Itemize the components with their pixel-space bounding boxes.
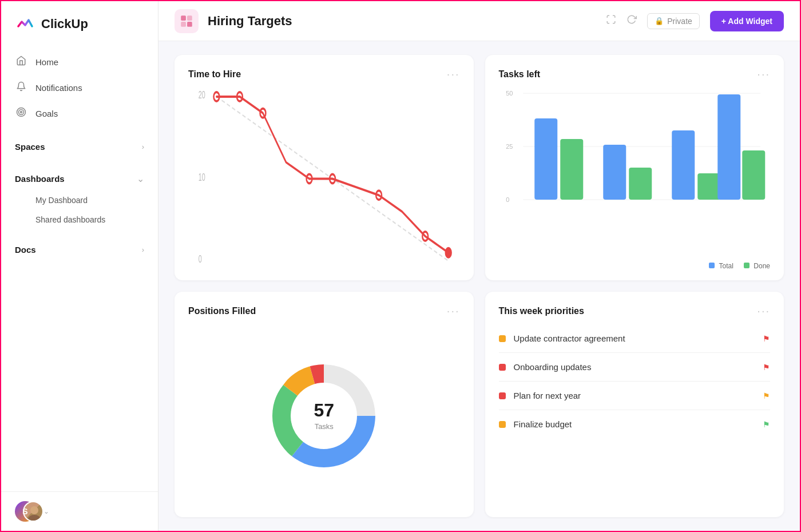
- sidebar-item-home-label: Home: [35, 57, 58, 67]
- time-to-hire-chart: 20 10 0: [188, 88, 460, 270]
- svg-rect-33: [697, 173, 720, 200]
- tasks-left-legend: Total Done: [499, 262, 771, 270]
- positions-filled-header: Positions Filled ···: [188, 304, 460, 317]
- refresh-icon[interactable]: [626, 14, 637, 27]
- svg-text:0: 0: [506, 196, 509, 203]
- svg-point-5: [28, 515, 41, 522]
- clickup-logo-icon: [15, 14, 35, 34]
- svg-rect-31: [629, 168, 652, 200]
- positions-filled-widget: Positions Filled ···: [175, 292, 474, 517]
- dashboard-grid: Time to Hire ··· 20 10 0: [158, 41, 800, 531]
- tasks-left-title: Tasks left: [499, 69, 541, 80]
- priority-text-3: Plan for next year: [514, 391, 755, 400]
- tasks-left-widget: Tasks left ··· 50 25 0: [485, 55, 784, 280]
- priority-item-1: Update contractor agreement ⚑: [499, 324, 771, 353]
- priority-flag-4: ⚑: [763, 420, 770, 429]
- sidebar-item-notifications-label: Notifications: [35, 83, 82, 93]
- svg-text:10: 10: [199, 172, 205, 182]
- priorities-menu[interactable]: ···: [757, 304, 770, 317]
- sidebar-item-goals-label: Goals: [35, 109, 58, 118]
- expand-icon[interactable]: [606, 14, 616, 27]
- sidebar-item-goals[interactable]: Goals: [1, 101, 158, 126]
- sidebar-bottom: S ⌄: [1, 491, 158, 531]
- tasks-left-menu[interactable]: ···: [757, 68, 770, 81]
- svg-rect-32: [672, 130, 695, 200]
- dashboard-icon-box: [175, 9, 199, 33]
- legend-done-dot: [744, 263, 750, 268]
- time-to-hire-header: Time to Hire ···: [188, 68, 460, 81]
- nav-divider-1: [1, 126, 158, 136]
- sidebar-item-home[interactable]: Home: [1, 49, 158, 75]
- time-to-hire-title: Time to Hire: [188, 69, 241, 80]
- svg-rect-6: [181, 15, 186, 21]
- grid-icon: [179, 14, 194, 29]
- time-to-hire-menu[interactable]: ···: [447, 68, 460, 81]
- priority-text-2: Onboarding updates: [514, 362, 755, 372]
- donut-label: Tasks: [315, 422, 334, 431]
- donut-chart-container: 57 Tasks: [188, 324, 460, 507]
- priority-flag-3: ⚑: [763, 391, 770, 400]
- priority-dot-2: [499, 364, 506, 371]
- spaces-chevron-icon: ›: [142, 142, 144, 151]
- docs-chevron-icon: ›: [142, 245, 144, 254]
- legend-total-dot: [709, 263, 715, 268]
- tasks-left-svg: 50 25 0: [499, 88, 771, 213]
- svg-text:0: 0: [199, 254, 202, 265]
- header-actions: 🔒 Private + Add Widget: [606, 11, 784, 31]
- private-indicator: 🔒 Private: [647, 13, 700, 29]
- svg-rect-35: [742, 150, 765, 200]
- svg-point-2: [19, 110, 24, 115]
- lock-icon: 🔒: [655, 17, 664, 25]
- svg-text:25: 25: [506, 143, 513, 150]
- legend-total: Total: [709, 262, 733, 270]
- home-icon: [15, 55, 27, 69]
- donut-number: 57: [314, 400, 334, 421]
- svg-rect-28: [534, 118, 557, 200]
- goals-icon: [15, 107, 27, 120]
- positions-filled-menu[interactable]: ···: [447, 304, 460, 317]
- page-title: Hiring Targets: [208, 14, 597, 29]
- time-to-hire-svg: 20 10 0: [188, 88, 460, 270]
- sidebar-item-notifications[interactable]: Notifications: [1, 75, 158, 101]
- priority-text-4: Finalize budget: [514, 419, 755, 429]
- user-chevron-icon[interactable]: ⌄: [43, 507, 49, 515]
- priority-item-3: Plan for next year ⚑: [499, 382, 771, 410]
- sidebar: ClickUp Home Notifications Goals Space: [1, 1, 158, 531]
- nav-divider-3: [1, 229, 158, 239]
- priority-dot-4: [499, 421, 506, 428]
- add-widget-button[interactable]: + Add Widget: [710, 11, 784, 31]
- sidebar-item-spaces-label: Spaces: [15, 142, 45, 152]
- tasks-left-header: Tasks left ···: [499, 68, 771, 81]
- avatar[interactable]: S: [15, 501, 35, 522]
- donut-center: 57 Tasks: [314, 400, 334, 431]
- sidebar-item-docs-label: Docs: [15, 245, 36, 255]
- priority-item-2: Onboarding updates ⚑: [499, 353, 771, 382]
- priority-item-4: Finalize budget ⚑: [499, 410, 771, 438]
- svg-rect-7: [187, 15, 192, 21]
- positions-filled-title: Positions Filled: [188, 306, 256, 316]
- svg-rect-8: [181, 22, 186, 27]
- svg-point-21: [446, 248, 451, 257]
- priority-flag-1: ⚑: [763, 334, 770, 343]
- sidebar-nav: Home Notifications Goals Spaces › Dashbo…: [1, 45, 158, 491]
- svg-rect-34: [717, 94, 740, 200]
- sidebar-item-shared-dashboards[interactable]: Shared dashboards: [1, 210, 158, 229]
- sidebar-item-dashboards-label: Dashboards: [15, 174, 65, 184]
- sidebar-item-spaces[interactable]: Spaces ›: [1, 136, 158, 158]
- priorities-title: This week priorities: [499, 306, 584, 316]
- priorities-widget: This week priorities ··· Update contract…: [485, 292, 784, 517]
- nav-divider-2: [1, 158, 158, 167]
- svg-text:50: 50: [506, 90, 513, 97]
- svg-rect-9: [187, 22, 192, 27]
- logo[interactable]: ClickUp: [1, 1, 158, 45]
- bell-icon: [15, 81, 27, 94]
- priority-flag-2: ⚑: [763, 363, 770, 372]
- sidebar-item-docs[interactable]: Docs ›: [1, 239, 158, 261]
- sidebar-item-my-dashboard[interactable]: My Dashboard: [1, 190, 158, 210]
- time-to-hire-widget: Time to Hire ··· 20 10 0: [175, 55, 474, 280]
- sidebar-item-dashboards[interactable]: Dashboards ⌄: [1, 167, 158, 190]
- priority-dot-1: [499, 335, 506, 342]
- logo-text: ClickUp: [41, 17, 88, 31]
- priorities-list: Update contractor agreement ⚑ Onboarding…: [499, 324, 771, 507]
- svg-point-4: [30, 506, 38, 514]
